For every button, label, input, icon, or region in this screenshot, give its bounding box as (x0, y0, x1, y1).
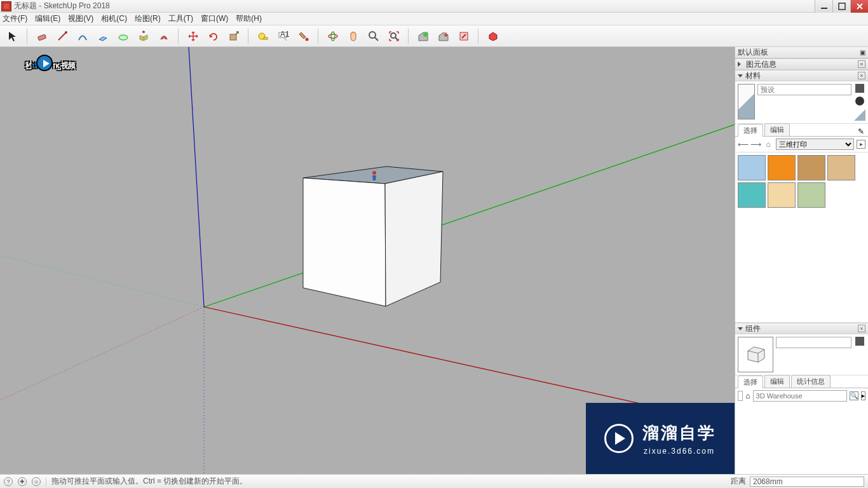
panel-close-icon[interactable]: × (858, 325, 865, 332)
title-bar: 无标题 - SketchUp Pro 2018 (0, 0, 868, 13)
tab-select[interactable]: 选择 (738, 376, 763, 388)
entity-info-panel-header[interactable]: 图元信息 × (735, 58, 868, 70)
search-go-icon[interactable]: 🔍 (850, 391, 858, 400)
warehouse-get-icon[interactable] (414, 27, 432, 45)
toolbar-separator (27, 29, 28, 44)
menu-file[interactable]: 文件(F) (3, 13, 27, 24)
svg-point-27 (372, 171, 376, 175)
swatch[interactable] (827, 155, 855, 180)
menu-draw[interactable]: 绘图(R) (135, 13, 161, 24)
resize-grip-icon[interactable] (854, 109, 865, 121)
move-tool-icon[interactable] (184, 27, 202, 45)
app-icon (1, 1, 11, 11)
toolbar-separator (318, 29, 319, 44)
tab-edit[interactable]: 编辑 (764, 375, 790, 388)
brand-url: zixue.3d66.com (644, 447, 715, 456)
create-material-icon[interactable] (855, 84, 864, 93)
components-panel-header[interactable]: 组件 × (735, 323, 868, 334)
measurement-box[interactable]: 2068mm (750, 477, 864, 487)
eraser-tool-icon[interactable] (33, 27, 51, 45)
material-library-select[interactable]: 三维打印 (776, 139, 854, 150)
components-preview (735, 334, 868, 376)
tray-header[interactable]: 默认面板 ▣ (735, 47, 868, 58)
search-options-icon[interactable]: ▸ (861, 391, 865, 400)
orbit-tool-icon[interactable] (324, 27, 342, 45)
rectangle-tool-icon[interactable] (94, 27, 112, 45)
scale-tool-icon[interactable] (225, 27, 243, 45)
nav-fwd-icon[interactable]: ⟶ (750, 139, 761, 149)
view-mode-icon[interactable] (738, 391, 743, 401)
menu-bar: 文件(F) 编辑(E) 视图(V) 相机(C) 绘图(R) 工具(T) 窗口(W… (0, 13, 868, 25)
paint-tool-icon[interactable] (295, 27, 313, 45)
menu-camera[interactable]: 相机(C) (101, 13, 127, 24)
component-thumb[interactable] (738, 337, 773, 372)
menu-edit[interactable]: 编辑(E) (35, 13, 60, 24)
panel-close-icon[interactable]: × (858, 72, 865, 79)
toolbar-separator (478, 29, 479, 44)
swatch[interactable] (768, 182, 796, 208)
circle-tool-icon[interactable] (114, 27, 132, 45)
pin-icon[interactable]: ▣ (860, 49, 865, 56)
materials-nav: ⟵ ⟶ ⌂ 三维打印 ▸ (735, 137, 868, 152)
swatch[interactable] (738, 155, 766, 180)
tab-edit[interactable]: 编辑 (764, 123, 790, 136)
svg-rect-0 (821, 8, 827, 9)
pushpull-tool-icon[interactable] (135, 27, 153, 45)
entity-info-label: 图元信息 (746, 59, 776, 70)
swatch[interactable] (768, 155, 796, 180)
nav-back-icon[interactable]: ⟵ (738, 139, 748, 149)
send-layout-icon[interactable] (455, 27, 473, 45)
eyedropper-icon[interactable]: ✎ (858, 127, 864, 136)
swatch[interactable] (797, 155, 825, 180)
brand-title: 溜溜自学 (642, 422, 716, 444)
panel-close-icon[interactable]: × (858, 60, 865, 68)
swatch[interactable] (738, 182, 766, 208)
close-button[interactable] (850, 0, 868, 13)
pan-tool-icon[interactable] (344, 27, 362, 45)
swatch[interactable] (797, 182, 825, 208)
menu-window[interactable]: 窗口(W) (201, 13, 228, 24)
svg-point-10 (306, 37, 309, 41)
status-geo-icon[interactable]: ✚ (18, 477, 27, 486)
component-name-input[interactable] (776, 337, 851, 348)
materials-panel-header[interactable]: 材料 × (735, 70, 868, 81)
status-user-icon[interactable]: ☺ (32, 477, 41, 486)
select-tool-icon[interactable] (4, 27, 22, 45)
expand-icon (738, 74, 743, 78)
tab-stats[interactable]: 统计信息 (791, 375, 831, 388)
arc-tool-icon[interactable] (74, 27, 92, 45)
text-tool-icon[interactable]: A1 (275, 27, 292, 45)
menu-view[interactable]: 视图(V) (68, 13, 93, 24)
svg-point-6 (259, 33, 265, 39)
component-options-icon[interactable] (855, 337, 864, 346)
svg-rect-8 (279, 32, 287, 37)
rotate-tool-icon[interactable] (205, 27, 222, 45)
tape-tool-icon[interactable] (254, 27, 272, 45)
current-material-thumb[interactable] (738, 84, 755, 119)
status-help-icon[interactable]: ? (4, 477, 13, 486)
zoom-tool-icon[interactable] (365, 27, 383, 45)
viewport[interactable]: 秒dng视频 溜溜自学 zixue.3d66.com (0, 47, 735, 474)
minimize-button[interactable] (815, 0, 832, 13)
menu-help[interactable]: 帮助(H) (236, 13, 262, 24)
extension-warehouse-icon[interactable] (484, 27, 502, 45)
material-name-input[interactable] (757, 84, 851, 95)
material-swatches (735, 152, 868, 323)
window-title: 无标题 - SketchUp Pro 2018 (14, 1, 110, 11)
status-bar: ? ✚ ☺ 拖动可推拉平面或输入值。Ctrl = 切换创建新的开始平面。 距离 … (0, 474, 868, 488)
maximize-button[interactable] (832, 0, 850, 13)
zoom-extents-tool-icon[interactable] (385, 27, 403, 45)
tab-select[interactable]: 选择 (738, 124, 763, 137)
home-icon[interactable]: ⌂ (763, 139, 773, 149)
components-filter: ⌂ 🔍 ▸ (735, 388, 868, 403)
offset-tool-icon[interactable] (155, 27, 173, 45)
menu-tools[interactable]: 工具(T) (168, 13, 193, 24)
component-search-input[interactable] (753, 390, 847, 402)
svg-rect-7 (264, 37, 268, 39)
svg-rect-16 (460, 32, 468, 40)
warehouse-send-icon[interactable] (435, 27, 452, 45)
library-options-icon[interactable]: ▸ (857, 140, 865, 149)
line-tool-icon[interactable] (53, 27, 71, 45)
home-icon[interactable]: ⌂ (745, 391, 750, 400)
default-material-icon[interactable] (855, 97, 864, 105)
